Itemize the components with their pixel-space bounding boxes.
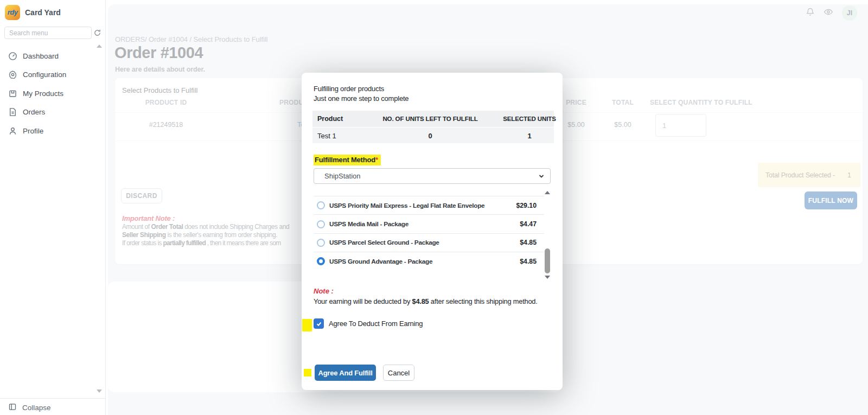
radio-unselected-icon[interactable] (317, 220, 325, 228)
modal-cell-product: Test 1 (317, 131, 336, 139)
configuration-icon (8, 70, 17, 79)
document-icon (8, 107, 17, 117)
sidebar-item-orders[interactable]: Orders (0, 103, 105, 122)
modal-product-row: Test 1 0 1 (312, 127, 554, 143)
sidebar-item-my-products[interactable]: My Products (0, 84, 105, 103)
scroll-down-arrow[interactable] (545, 276, 550, 279)
sidebar-item-label: Profile (23, 127, 43, 135)
scrollbar[interactable] (544, 190, 551, 280)
sidebar-item-label: Configuration (23, 71, 66, 79)
sidebar-item-label: My Products (23, 90, 63, 98)
shipping-option[interactable]: USPS Priority Mail Express - Legal Flat … (314, 196, 544, 214)
radio-selected-icon[interactable] (317, 257, 325, 265)
agree-checkbox[interactable] (314, 318, 324, 329)
fulfillment-method-label: Fulfillment Method* (314, 155, 381, 165)
sidebar-item-dashboard[interactable]: Dashboard (0, 47, 105, 66)
fulfill-modal: Fulfilling order products Just one more … (302, 73, 563, 390)
agree-checkbox-label[interactable]: Agree To Deduct From Earning (329, 320, 423, 328)
fulfillment-method-select[interactable]: ShipStation (314, 168, 551, 184)
sidebar-divider (0, 398, 105, 399)
refresh-icon[interactable] (93, 29, 101, 39)
modal-col-product: Product (317, 115, 343, 123)
scroll-up-arrow[interactable] (545, 191, 550, 194)
sidebar-nav: Dashboard Configuration My Products Orde… (0, 47, 105, 141)
modal-col-selected-units: SELECTED UNITS (503, 116, 556, 122)
collapse-label: Collapse (22, 404, 51, 412)
modal-note-title: Note : (314, 287, 334, 295)
agree-and-fulfill-button[interactable]: Agree And Fulfill (315, 365, 376, 381)
sidebar-item-label: Orders (23, 108, 45, 116)
modal-cell-units-left: 0 (428, 131, 432, 139)
person-icon (8, 126, 17, 136)
shipping-option[interactable]: USPS Parcel Select Ground - Package $4.8… (314, 233, 544, 252)
modal-note-line: Your earning will be deducted by $4.85 a… (314, 297, 538, 305)
shipping-options-list: USPS Priority Mail Express - Legal Flat … (314, 190, 551, 280)
highlight-mark (304, 369, 311, 376)
sidebar-item-label: Dashboard (23, 52, 59, 60)
dashboard-icon (8, 52, 17, 61)
modal-title: Fulfilling order products (314, 85, 384, 93)
modal-cell-selected-units: 1 (527, 131, 531, 139)
sidebar-scroll-down-caret[interactable] (97, 390, 102, 393)
radio-unselected-icon[interactable] (317, 201, 325, 209)
shipping-option[interactable]: USPS Media Mail - Package $4.47 (314, 214, 544, 233)
modal-product-table: Product NO. OF UNITS LEFT TO FULFILL SEL… (312, 111, 554, 143)
brand-logo: rdy (5, 5, 20, 20)
collapse-button[interactable]: Collapse (0, 400, 105, 415)
search-input[interactable] (4, 27, 92, 39)
cancel-button[interactable]: Cancel (383, 365, 414, 381)
brand: rdy Card Yard (0, 0, 105, 21)
radio-unselected-icon[interactable] (317, 239, 325, 247)
collapse-icon (8, 403, 17, 413)
chevron-down-icon (538, 173, 545, 181)
scrollbar-thumb[interactable] (545, 248, 550, 273)
shipping-option-selected[interactable]: USPS Ground Advantage - Package $4.85 (314, 252, 544, 270)
modal-col-units-left: NO. OF UNITS LEFT TO FULFILL (382, 116, 477, 122)
sidebar-item-profile[interactable]: Profile (0, 122, 105, 141)
box-icon (8, 89, 17, 98)
highlight-mark (302, 319, 312, 331)
brand-name: Card Yard (25, 8, 61, 17)
modal-subtitle: Just one more step to complete (314, 94, 409, 103)
sidebar: rdy Card Yard Dashboard Configuration My… (0, 0, 106, 415)
sidebar-item-configuration[interactable]: Configuration (0, 66, 105, 85)
